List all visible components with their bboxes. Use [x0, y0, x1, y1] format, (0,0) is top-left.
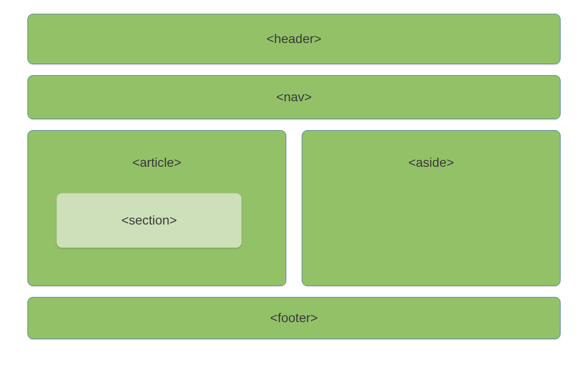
aside-block: <aside> [302, 130, 561, 286]
aside-label: <aside> [408, 155, 454, 170]
article-label: <article> [132, 155, 181, 170]
article-block: <article> <section> [27, 130, 286, 286]
nav-block: <nav> [27, 75, 561, 119]
section-label: <section> [121, 213, 177, 228]
section-block: <section> [56, 193, 242, 248]
header-label: <header> [267, 32, 321, 46]
middle-row: <article> <section> <aside> [27, 130, 561, 286]
nav-label: <nav> [276, 90, 312, 104]
footer-block: <footer> [27, 297, 561, 339]
footer-label: <footer> [270, 311, 318, 325]
header-block: <header> [27, 14, 561, 64]
layout-diagram: <header> <nav> <article> <section> <asid… [27, 14, 561, 339]
